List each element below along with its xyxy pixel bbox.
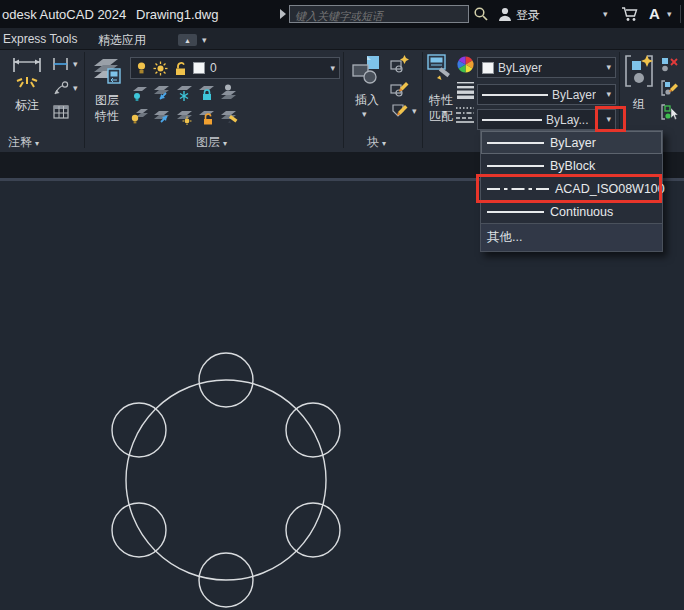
insert-button[interactable]: 插入 — [348, 92, 386, 109]
layer-lock-icon[interactable] — [197, 83, 216, 102]
lineweight-value: ByLayer — [552, 88, 596, 102]
panel-divider — [343, 52, 344, 148]
red-highlight-acad-iso08w100 — [476, 174, 662, 203]
lineweight-combo-dropdown-icon[interactable]: ▾ — [606, 90, 611, 99]
match-properties-button[interactable]: 特性 — [426, 92, 456, 109]
object-color-swatch — [482, 62, 494, 74]
linetype-value: ByLay... — [546, 113, 588, 127]
solid-line-sample — [487, 211, 544, 213]
current-layer-name: 0 — [210, 61, 217, 75]
search-input[interactable] — [290, 8, 468, 24]
app-title: odesk AutoCAD 2024 — [2, 7, 126, 22]
panel-divider — [84, 52, 85, 148]
search-flyout-icon[interactable] — [280, 9, 286, 19]
titlebar-divider — [680, 5, 681, 23]
linetype-icon[interactable] — [456, 106, 474, 123]
layer-isolate-icon[interactable] — [152, 83, 171, 102]
sign-in-button[interactable]: 登录 — [516, 7, 540, 24]
app-menu-dropdown-icon[interactable]: ▾ — [667, 10, 672, 19]
insert-dropdown-icon[interactable]: ▾ — [362, 110, 367, 119]
search-input-wrap — [289, 5, 469, 23]
ribbon-collapse-button[interactable]: ▲ — [178, 34, 197, 46]
dimension-icon[interactable] — [10, 54, 44, 94]
layer-combo-dropdown-icon[interactable]: ▾ — [330, 64, 335, 73]
search-icon[interactable] — [473, 6, 489, 22]
autodesk-a-logo-icon[interactable]: A — [649, 5, 660, 22]
linetype-sample — [482, 119, 542, 121]
layer-off-icon[interactable] — [130, 83, 149, 102]
ribbon-collapse-dropdown-icon[interactable]: ▾ — [202, 36, 207, 45]
color-combo-dropdown-icon[interactable]: ▾ — [606, 63, 611, 72]
layer-color-swatch[interactable] — [193, 62, 205, 74]
panel-block[interactable]: 块▾ — [367, 134, 386, 151]
panel-annotation[interactable]: 注释▾ — [8, 134, 39, 151]
lineweight-combo[interactable]: ByLayer ▾ — [477, 84, 616, 105]
title-bar: odesk AutoCAD 2024 Drawing1.dwg 登录 ▾ A ▾ — [0, 0, 684, 28]
group-edit-icon[interactable] — [661, 80, 679, 97]
tab-featured-apps[interactable]: 精选应用 — [98, 32, 146, 49]
drawn-circle[interactable] — [126, 380, 326, 580]
autocad-window: odesk AutoCAD 2024 Drawing1.dwg 登录 ▾ A ▾… — [0, 0, 684, 610]
layer-unlock-icon[interactable] — [173, 61, 188, 76]
solid-line-sample — [487, 142, 544, 144]
group-button[interactable]: 组 — [626, 96, 652, 113]
lineweight-icon[interactable] — [457, 81, 474, 99]
leader-dropdown-icon[interactable]: ▾ — [73, 84, 78, 93]
layer-thaw-sun-icon[interactable] — [153, 61, 168, 76]
layer-thaw-icon[interactable] — [175, 106, 194, 125]
layer-unisolate-icon[interactable] — [152, 106, 171, 125]
panel-layers[interactable]: 图层▾ — [196, 134, 227, 151]
layer-properties-button[interactable]: 图层 — [88, 92, 126, 109]
linetype-option-other[interactable]: 其他... — [481, 223, 662, 251]
dimension-button[interactable]: 标注 — [6, 97, 48, 114]
group-icon[interactable] — [624, 54, 654, 92]
tab-express-tools[interactable]: Express Tools — [3, 32, 77, 46]
cart-icon[interactable] — [621, 6, 639, 22]
layer-on-bulb-icon[interactable] — [135, 61, 148, 76]
layer-properties-icon[interactable] — [91, 54, 123, 88]
layer-properties-button-line2[interactable]: 特性 — [88, 108, 126, 125]
create-block-icon[interactable] — [390, 55, 410, 73]
lineweight-sample — [482, 94, 548, 96]
user-icon[interactable] — [497, 6, 513, 22]
document-name[interactable]: Drawing1.dwg — [136, 7, 218, 22]
layer-on-icon[interactable] — [130, 106, 149, 125]
group-select-icon[interactable] — [661, 104, 679, 122]
ungroup-icon[interactable] — [661, 56, 679, 73]
layer-make-current-icon[interactable] — [219, 83, 238, 102]
edit-block-icon[interactable] — [390, 79, 410, 97]
signin-dropdown-icon[interactable]: ▾ — [603, 10, 608, 19]
linear-dimension-icon[interactable] — [52, 56, 69, 72]
solid-line-sample — [487, 165, 544, 167]
dimension-dropdown-icon[interactable]: ▾ — [73, 60, 78, 69]
table-icon[interactable] — [53, 104, 70, 120]
linetype-option-bylayer[interactable]: ByLayer — [481, 131, 662, 154]
layer-freeze-icon[interactable] — [175, 83, 194, 102]
ribbon-tab-row: Express Tools 精选应用 ▲ ▾ — [0, 28, 684, 50]
block-editor-dropdown-icon[interactable]: ▾ — [412, 107, 417, 116]
leader-icon[interactable] — [52, 80, 69, 96]
object-color-value: ByLayer — [498, 61, 542, 75]
object-color-combo[interactable]: ByLayer ▾ — [477, 57, 616, 78]
layer-match-icon[interactable] — [219, 106, 238, 125]
insert-block-icon[interactable] — [351, 55, 383, 87]
match-properties-button-line2[interactable]: 匹配 — [426, 108, 456, 125]
red-highlight-linetype-arrow — [595, 106, 626, 132]
panel-divider — [422, 52, 423, 148]
layer-select-combo[interactable]: 0 ▾ — [130, 57, 340, 79]
color-wheel-icon[interactable] — [457, 56, 474, 73]
linetype-option-continuous[interactable]: Continuous — [481, 200, 662, 223]
layer-unlock-tool-icon[interactable] — [197, 106, 216, 125]
block-editor-icon[interactable] — [390, 102, 410, 120]
match-properties-icon[interactable] — [427, 54, 455, 88]
